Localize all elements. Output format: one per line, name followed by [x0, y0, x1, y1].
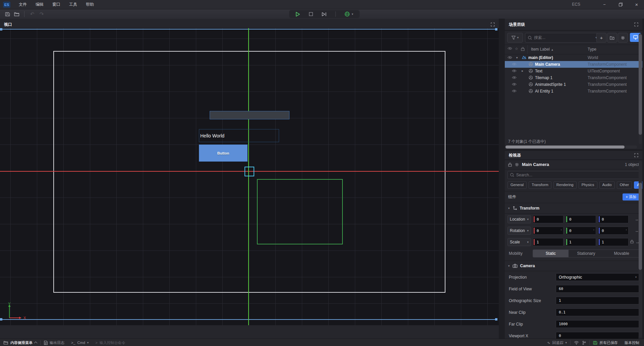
content-drawer-button[interactable]: 内容侧滑菜单: [0, 339, 40, 346]
play-button[interactable]: [296, 12, 300, 17]
expand-icon[interactable]: [634, 22, 638, 26]
rotation-z-field[interactable]: 0°: [598, 227, 629, 235]
cmd-dropdown[interactable]: >_ Cmd ▾: [68, 339, 92, 346]
ui-panel-element[interactable]: [210, 111, 289, 119]
menu-file[interactable]: 文件: [14, 0, 31, 9]
redo-button[interactable]: ↷: [38, 10, 46, 18]
settings-button[interactable]: [618, 33, 628, 43]
far-clip-input[interactable]: 1000: [556, 320, 639, 328]
list-item-main[interactable]: ▾ main (Editor) World: [505, 54, 642, 61]
scrollbar-thumb[interactable]: [639, 34, 642, 135]
ui-button-element[interactable]: Button: [199, 145, 248, 162]
add-component-button[interactable]: + 添加: [623, 193, 640, 200]
location-y-field[interactable]: 0: [565, 215, 596, 223]
list-item-main-camera[interactable]: Main Camera TransformComponent: [505, 61, 642, 68]
list-item-text[interactable]: ▾ Text UITextComponent: [505, 68, 642, 74]
visibility-eye-icon[interactable]: [512, 63, 517, 66]
scale-dropdown[interactable]: Scale▾: [507, 238, 531, 246]
visibility-eye-icon[interactable]: [512, 76, 517, 79]
scale-y-field[interactable]: 1: [565, 238, 596, 246]
selection-handle[interactable]: [495, 28, 497, 31]
trace-dropdown[interactable]: ∿ 回追踪 ▾: [544, 339, 570, 346]
mobility-static[interactable]: Static: [533, 250, 569, 257]
close-button[interactable]: ×: [629, 0, 644, 9]
near-clip-input[interactable]: 0.1: [556, 308, 639, 316]
location-dropdown[interactable]: Location▾: [507, 215, 531, 223]
stop-button[interactable]: [309, 12, 313, 16]
field-of-view-input[interactable]: 60: [556, 285, 639, 293]
menu-window[interactable]: 窗口: [48, 0, 65, 9]
scrollbar-thumb[interactable]: [505, 146, 625, 149]
orthographic-size-input[interactable]: 1: [556, 297, 639, 304]
item-type: TransformComponent: [588, 81, 627, 88]
chevron-down-icon[interactable]: ▾: [516, 54, 518, 61]
location-z-field[interactable]: 0: [598, 215, 629, 223]
mobility-movable[interactable]: Movable: [604, 250, 639, 257]
column-type[interactable]: Type: [588, 47, 596, 52]
tab-transform[interactable]: Transform: [529, 181, 551, 189]
location-x-field[interactable]: 0: [533, 215, 564, 223]
selection-handle[interactable]: [495, 318, 497, 321]
rotation-y-field[interactable]: 0°: [565, 227, 596, 235]
gear-icon[interactable]: [515, 162, 519, 167]
filter-dropdown[interactable]: ▾: [507, 33, 523, 43]
chevron-right-icon[interactable]: ▾: [519, 70, 526, 72]
maximize-button[interactable]: [613, 0, 628, 9]
expand-icon[interactable]: [634, 153, 638, 157]
open-button[interactable]: [13, 10, 21, 18]
visibility-eye-icon[interactable]: [507, 56, 512, 59]
selection-handle[interactable]: [0, 28, 2, 31]
save-button[interactable]: [3, 10, 11, 18]
menu-edit[interactable]: 编辑: [31, 0, 48, 9]
rotation-x-field[interactable]: 0°: [533, 227, 564, 235]
list-item-animatedsprite[interactable]: AnimatedSprite 1 TransformComponent: [505, 81, 642, 88]
tab-rendering[interactable]: Rendering: [553, 181, 577, 189]
scale-x-field[interactable]: 1: [533, 238, 564, 246]
minimize-button[interactable]: −: [597, 0, 612, 9]
tab-audio[interactable]: Audio: [599, 181, 615, 189]
horizontal-scrollbar[interactable]: [505, 146, 637, 149]
mobility-stationary[interactable]: Stationary: [569, 250, 604, 257]
vertical-scrollbar[interactable]: [639, 161, 642, 337]
visibility-eye-icon[interactable]: [512, 83, 517, 86]
projection-dropdown[interactable]: Orthographic▾: [556, 273, 639, 281]
expand-icon[interactable]: [491, 22, 495, 26]
viewport-x-input[interactable]: 0: [556, 332, 639, 339]
visibility-eye-icon[interactable]: [512, 90, 517, 93]
menu-help[interactable]: 帮助: [82, 0, 98, 9]
inspector-search-input[interactable]: Search...: [507, 171, 640, 179]
origin-marker[interactable]: [245, 167, 254, 176]
scale-z-field[interactable]: 1: [598, 238, 629, 246]
vertical-scrollbar[interactable]: [639, 34, 642, 144]
version-control-button[interactable]: 版本控制: [621, 339, 644, 346]
step-button[interactable]: [322, 12, 327, 16]
tab-general[interactable]: General: [507, 181, 527, 189]
transform-section-header[interactable]: ▾ Transform: [505, 203, 642, 214]
branch-button[interactable]: [582, 339, 589, 346]
tab-other[interactable]: Other: [617, 181, 632, 189]
column-item-label[interactable]: Item Label: [531, 47, 550, 52]
save-status[interactable]: 所有已保存: [590, 339, 621, 346]
ui-text-element[interactable]: Hello World: [199, 129, 279, 142]
tab-physics[interactable]: Physics: [579, 181, 597, 189]
lock-icon[interactable]: [508, 163, 512, 167]
scene-canvas[interactable]: Hello World Button Y X: [0, 28, 499, 325]
network-status-button[interactable]: [571, 339, 582, 346]
search-input[interactable]: 搜索... ▾: [525, 33, 600, 43]
camera-section-header[interactable]: ▾ Camera: [505, 261, 642, 271]
undo-button[interactable]: ↶: [28, 10, 36, 18]
rotation-dropdown[interactable]: Rotation▾: [507, 227, 531, 235]
list-item-tilemap[interactable]: Tilemap 1 TransformComponent: [505, 74, 642, 81]
output-log-button[interactable]: 输出日志: [41, 339, 68, 346]
scrollbar-thumb[interactable]: [639, 183, 642, 270]
add-entity-button[interactable]: +: [596, 33, 606, 43]
lock-icon[interactable]: [630, 240, 634, 243]
console-input[interactable]: > 输入控制台命令: [92, 339, 128, 346]
visibility-eye-icon[interactable]: [512, 69, 517, 72]
menu-tools[interactable]: 工具: [65, 0, 82, 9]
selection-handle[interactable]: [0, 318, 2, 321]
list-item-ai-entity[interactable]: AI Entity 1 TransformComponent: [505, 88, 642, 95]
app-logo[interactable]: ES: [3, 2, 10, 8]
run-target-dropdown[interactable]: ▾: [344, 11, 353, 17]
new-folder-button[interactable]: [607, 33, 617, 43]
